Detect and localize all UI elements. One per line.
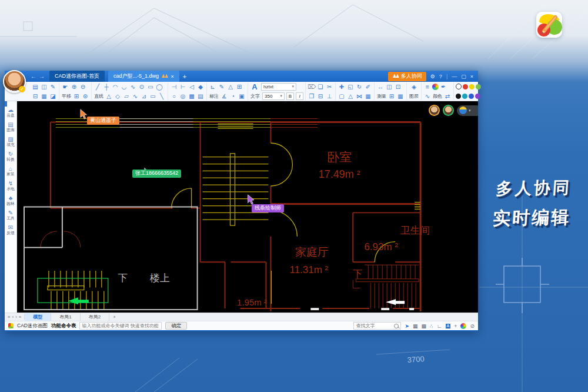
color-label[interactable]: 颜色 (432, 93, 443, 99)
polyline-tool-icon[interactable]: ┼ (102, 83, 111, 91)
text-tool-icon[interactable]: A (250, 82, 259, 91)
bg-color-icon[interactable] (460, 323, 466, 329)
forward-icon[interactable]: → (39, 73, 45, 79)
own-avatar-menu[interactable]: ▾ (457, 105, 478, 116)
extend-icon[interactable]: ⊢ (179, 83, 187, 91)
collaborator-avatar[interactable] (443, 105, 454, 116)
rotate-icon[interactable]: ↻ (355, 83, 363, 91)
polygon-tool-icon[interactable]: ◇ (113, 92, 122, 100)
lineweight-toggle-icon[interactable]: A (446, 324, 451, 328)
dim-linear-icon[interactable]: ⊾ (209, 83, 217, 91)
cut-scissors-icon[interactable]: ✂ (325, 83, 333, 91)
pan-label[interactable]: 平移 (61, 93, 72, 99)
add-layout-button[interactable]: + (109, 314, 119, 320)
zoom-extents-icon[interactable]: ⊛ (81, 92, 89, 100)
minimize-button[interactable]: — (452, 74, 457, 79)
save-as-icon[interactable]: ✎ (49, 83, 57, 91)
circle-tool-icon[interactable]: ⊙ (138, 83, 146, 91)
color-swatch-purple[interactable] (475, 94, 480, 99)
arc2-tool-icon[interactable]: ◡ (120, 83, 128, 91)
rect2-tool-icon[interactable]: ▭ (149, 92, 157, 100)
clipboard-icon[interactable]: ⊟ (316, 92, 325, 100)
copy-icon[interactable]: ❏ (316, 83, 325, 91)
measure-icon[interactable]: ↔ (376, 83, 385, 91)
print-icon[interactable]: ⊟ (31, 92, 39, 100)
grid-dots-toggle-icon[interactable]: ▩ (421, 323, 426, 329)
snap-toggle-icon[interactable]: ➤ (405, 323, 409, 329)
zoom-window-icon[interactable]: ⊞ (72, 92, 81, 100)
last-layout-icon[interactable]: » (19, 314, 21, 320)
eyedropper-icon[interactable]: ✒ (439, 83, 447, 91)
scale-icon[interactable]: ◱ (346, 83, 355, 91)
open-file-icon[interactable]: ▤ (31, 83, 39, 91)
window3-icon[interactable]: ⊞ (387, 92, 396, 100)
sidebar-item-fill[interactable]: ▨填充 (6, 137, 15, 147)
dimension-label[interactable]: 标注 (209, 93, 219, 99)
tab-model[interactable]: 模型 (25, 313, 51, 321)
color-wheel-icon[interactable] (432, 84, 439, 90)
layer-label[interactable]: 图层 (409, 93, 419, 99)
color-swatch-black[interactable] (456, 94, 461, 99)
settings-gear-icon[interactable]: ⚙ (430, 74, 435, 79)
dim-grid-icon[interactable]: ⊞ (235, 83, 243, 91)
array-icon[interactable]: ▦ (364, 92, 372, 100)
pan-hand-icon[interactable]: ☛ (61, 83, 69, 91)
wave-tool-icon[interactable]: ∿ (131, 92, 139, 100)
color-swatch-red[interactable] (463, 84, 468, 89)
chamfer-icon[interactable]: ◁ (188, 83, 196, 91)
block-icon[interactable]: ▤ (196, 92, 205, 100)
property-brush-icon[interactable]: ✐ (364, 83, 372, 91)
shape1-icon[interactable]: ○ (170, 92, 178, 100)
swap-color-icon[interactable]: ⇄ (443, 92, 452, 100)
window1-icon[interactable]: ◫ (385, 83, 393, 91)
tab-document[interactable]: cad户型...-5_1.dwg ♟♟ × (108, 71, 179, 82)
first-layout-icon[interactable]: « (8, 314, 10, 320)
find-text-input[interactable] (356, 323, 392, 328)
zoom-in-icon[interactable]: ⊕ (70, 83, 78, 91)
sidebar-item-gallery[interactable]: ▤图库 (6, 122, 15, 132)
ray-tool-icon[interactable]: ╲ (158, 92, 166, 100)
close-button[interactable]: × (470, 74, 473, 79)
sidebar-item-home-decor[interactable]: ⌂家装 (6, 166, 15, 177)
font-select[interactable]: hztxt ▾ (261, 83, 296, 91)
multi-user-collab-button[interactable]: ♟♟ 多人协同 (388, 72, 426, 81)
linetype-icon[interactable]: ∿ (423, 92, 432, 100)
next-layout-icon[interactable]: › (15, 314, 17, 320)
crosshair-plus-icon[interactable]: + (454, 323, 457, 329)
restore-button[interactable]: ▢ (461, 74, 466, 79)
sidebar-item-convert[interactable]: ↻转换 (6, 151, 15, 162)
tab-close-icon[interactable]: × (171, 74, 173, 79)
text-size-select[interactable]: 350 ▾ (262, 92, 285, 100)
color-swatch-yellow[interactable] (469, 84, 475, 89)
trapezoid-tool-icon[interactable]: ⊿ (140, 92, 148, 100)
sidebar-item-garden[interactable]: ♣园林 (6, 195, 15, 206)
spline-tool-icon[interactable]: ∿ (129, 83, 137, 91)
triangle-tool-icon[interactable]: △ (105, 92, 113, 100)
save-icon[interactable]: ◫ (40, 83, 48, 91)
droplet-icon[interactable]: ◆ (196, 83, 205, 91)
search-icon[interactable] (394, 324, 399, 328)
command-table-button[interactable]: 功能命令表 (51, 323, 76, 330)
arc-tool-icon[interactable]: ◠ (111, 83, 119, 91)
bold-button[interactable]: B (286, 92, 294, 100)
trim-icon[interactable]: ⊣ (170, 83, 178, 91)
sidebar-item-tools[interactable]: ✎工具 (6, 210, 15, 221)
ortho-toggle-icon[interactable]: ∟ (437, 323, 442, 329)
tab-home[interactable]: CAD迷你画图-首页 (49, 71, 105, 82)
mirror-icon[interactable]: ⋈ (355, 92, 363, 100)
paste-icon[interactable]: ❒ (308, 92, 316, 100)
ellipse-tool-icon[interactable]: ◯ (155, 83, 163, 91)
box-dim-icon[interactable]: ▣ (238, 92, 246, 100)
new-tab-button[interactable]: + (183, 73, 186, 80)
dim-leader-icon[interactable]: ✎ (218, 83, 226, 91)
help-icon[interactable]: ? (439, 74, 442, 79)
dim-angle2-icon[interactable]: △ (226, 83, 235, 91)
align-icon[interactable]: ⊥ (325, 92, 333, 100)
shape2-icon[interactable]: ◎ (179, 92, 187, 100)
linewidth-icon[interactable]: ≡ (423, 83, 432, 91)
drawing-canvas[interactable]: 卧室 17.49m ² 家庭厅 11.31m ² 卫生间 6.93m ² 1.9… (17, 101, 478, 313)
parallelogram-tool-icon[interactable]: ▱ (122, 92, 131, 100)
collaborator-avatar[interactable] (429, 105, 440, 116)
delete-icon[interactable]: ⌦ (308, 83, 316, 91)
clean-screen-icon[interactable]: ⊘ (470, 323, 475, 329)
